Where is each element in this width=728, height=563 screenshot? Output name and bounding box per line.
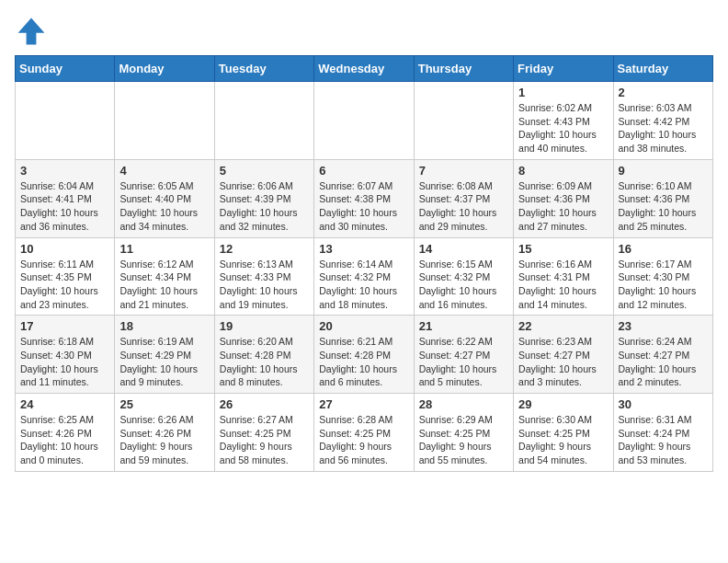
day-info: Sunrise: 6:02 AM Sunset: 4:43 PM Dayligh… [518,101,608,155]
calendar-cell: 3Sunrise: 6:04 AM Sunset: 4:41 PM Daylig… [16,159,115,237]
day-number: 6 [319,164,408,178]
day-info: Sunrise: 6:28 AM Sunset: 4:25 PM Dayligh… [319,413,408,467]
calendar-cell: 10Sunrise: 6:11 AM Sunset: 4:35 PM Dayli… [16,237,115,316]
day-number: 24 [20,397,109,411]
calendar-cell: 22Sunrise: 6:23 AM Sunset: 4:27 PM Dayli… [514,316,613,394]
day-number: 2 [619,86,708,99]
day-number: 4 [119,164,209,178]
calendar-cell: 25Sunrise: 6:26 AM Sunset: 4:26 PM Dayli… [115,394,214,472]
day-info: Sunrise: 6:19 AM Sunset: 4:29 PM Dayligh… [119,335,209,389]
day-number: 16 [619,242,708,256]
day-number: 27 [319,397,408,411]
calendar-cell: 28Sunrise: 6:29 AM Sunset: 4:25 PM Dayli… [414,394,513,472]
day-info: Sunrise: 6:05 AM Sunset: 4:40 PM Dayligh… [119,179,209,234]
weekday-header-row: SundayMondayTuesdayWednesdayThursdayFrid… [16,56,713,82]
day-info: Sunrise: 6:29 AM Sunset: 4:25 PM Dayligh… [419,413,508,467]
logo [15,15,51,48]
day-number: 1 [518,86,608,99]
day-number: 8 [518,164,608,178]
day-info: Sunrise: 6:22 AM Sunset: 4:27 PM Dayligh… [419,335,508,389]
weekday-header-thursday: Thursday [414,56,513,82]
day-info: Sunrise: 6:06 AM Sunset: 4:39 PM Dayligh… [220,179,309,234]
calendar-week-4: 17Sunrise: 6:18 AM Sunset: 4:30 PM Dayli… [16,316,713,394]
weekday-header-monday: Monday [115,56,214,82]
calendar-cell: 20Sunrise: 6:21 AM Sunset: 4:28 PM Dayli… [314,316,414,394]
calendar-week-1: 1Sunrise: 6:02 AM Sunset: 4:43 PM Daylig… [16,82,713,160]
calendar-cell: 7Sunrise: 6:08 AM Sunset: 4:37 PM Daylig… [414,159,513,237]
calendar-cell: 9Sunrise: 6:10 AM Sunset: 4:36 PM Daylig… [613,159,712,237]
day-info: Sunrise: 6:03 AM Sunset: 4:42 PM Dayligh… [619,101,708,155]
day-number: 10 [20,242,109,256]
day-number: 15 [518,242,608,256]
calendar-cell: 4Sunrise: 6:05 AM Sunset: 4:40 PM Daylig… [115,159,214,237]
day-info: Sunrise: 6:30 AM Sunset: 4:25 PM Dayligh… [518,413,608,467]
day-info: Sunrise: 6:10 AM Sunset: 4:36 PM Dayligh… [619,179,708,234]
calendar-cell: 26Sunrise: 6:27 AM Sunset: 4:25 PM Dayli… [214,394,313,472]
day-info: Sunrise: 6:24 AM Sunset: 4:27 PM Dayligh… [619,335,708,389]
day-number: 18 [119,319,209,333]
calendar-week-2: 3Sunrise: 6:04 AM Sunset: 4:41 PM Daylig… [16,159,713,237]
calendar-cell: 17Sunrise: 6:18 AM Sunset: 4:30 PM Dayli… [16,316,115,394]
calendar-cell: 5Sunrise: 6:06 AM Sunset: 4:39 PM Daylig… [214,159,313,237]
day-number: 9 [619,164,708,178]
day-number: 7 [419,164,508,178]
day-number: 25 [119,397,209,411]
logo-icon [15,15,48,48]
day-number: 3 [20,164,109,178]
day-number: 29 [518,397,608,411]
day-number: 20 [319,319,408,333]
day-number: 28 [419,397,508,411]
calendar-cell [16,82,115,160]
calendar-cell: 1Sunrise: 6:02 AM Sunset: 4:43 PM Daylig… [514,82,613,160]
weekday-header-friday: Friday [514,56,613,82]
day-number: 23 [619,319,708,333]
day-info: Sunrise: 6:07 AM Sunset: 4:38 PM Dayligh… [319,179,408,234]
calendar-cell: 27Sunrise: 6:28 AM Sunset: 4:25 PM Dayli… [314,394,414,472]
day-number: 26 [220,397,309,411]
calendar-cell: 18Sunrise: 6:19 AM Sunset: 4:29 PM Dayli… [115,316,214,394]
day-info: Sunrise: 6:14 AM Sunset: 4:32 PM Dayligh… [319,258,408,312]
calendar-cell: 19Sunrise: 6:20 AM Sunset: 4:28 PM Dayli… [214,316,313,394]
day-number: 11 [119,242,209,256]
day-number: 14 [419,242,508,256]
weekday-header-sunday: Sunday [16,56,115,82]
calendar-cell: 14Sunrise: 6:15 AM Sunset: 4:32 PM Dayli… [414,237,513,316]
page-header [15,15,713,48]
day-info: Sunrise: 6:13 AM Sunset: 4:33 PM Dayligh… [220,258,309,312]
day-info: Sunrise: 6:11 AM Sunset: 4:35 PM Dayligh… [20,258,109,312]
day-number: 22 [518,319,608,333]
calendar-cell: 13Sunrise: 6:14 AM Sunset: 4:32 PM Dayli… [314,237,414,316]
calendar-cell: 23Sunrise: 6:24 AM Sunset: 4:27 PM Dayli… [613,316,712,394]
day-number: 30 [619,397,708,411]
day-info: Sunrise: 6:04 AM Sunset: 4:41 PM Dayligh… [20,179,109,234]
calendar-week-5: 24Sunrise: 6:25 AM Sunset: 4:26 PM Dayli… [16,394,713,472]
calendar-cell [414,82,513,160]
calendar-cell [314,82,414,160]
calendar-cell: 15Sunrise: 6:16 AM Sunset: 4:31 PM Dayli… [514,237,613,316]
day-number: 17 [20,319,109,333]
day-info: Sunrise: 6:23 AM Sunset: 4:27 PM Dayligh… [518,335,608,389]
day-info: Sunrise: 6:15 AM Sunset: 4:32 PM Dayligh… [419,258,508,312]
day-info: Sunrise: 6:26 AM Sunset: 4:26 PM Dayligh… [119,413,209,467]
day-info: Sunrise: 6:27 AM Sunset: 4:25 PM Dayligh… [220,413,309,467]
calendar-cell: 11Sunrise: 6:12 AM Sunset: 4:34 PM Dayli… [115,237,214,316]
weekday-header-tuesday: Tuesday [214,56,313,82]
day-info: Sunrise: 6:31 AM Sunset: 4:24 PM Dayligh… [619,413,708,467]
calendar-cell: 2Sunrise: 6:03 AM Sunset: 4:42 PM Daylig… [613,82,712,160]
day-info: Sunrise: 6:09 AM Sunset: 4:36 PM Dayligh… [518,179,608,234]
weekday-header-saturday: Saturday [613,56,712,82]
day-info: Sunrise: 6:21 AM Sunset: 4:28 PM Dayligh… [319,335,408,389]
calendar-cell: 12Sunrise: 6:13 AM Sunset: 4:33 PM Dayli… [214,237,313,316]
day-info: Sunrise: 6:17 AM Sunset: 4:30 PM Dayligh… [619,258,708,312]
calendar-table: SundayMondayTuesdayWednesdayThursdayFrid… [15,55,713,472]
day-info: Sunrise: 6:12 AM Sunset: 4:34 PM Dayligh… [119,258,209,312]
day-number: 21 [419,319,508,333]
calendar-week-3: 10Sunrise: 6:11 AM Sunset: 4:35 PM Dayli… [16,237,713,316]
calendar-cell [214,82,313,160]
day-info: Sunrise: 6:16 AM Sunset: 4:31 PM Dayligh… [518,258,608,312]
svg-marker-0 [18,18,45,45]
calendar-cell: 24Sunrise: 6:25 AM Sunset: 4:26 PM Dayli… [16,394,115,472]
calendar-cell: 21Sunrise: 6:22 AM Sunset: 4:27 PM Dayli… [414,316,513,394]
day-number: 12 [220,242,309,256]
day-info: Sunrise: 6:25 AM Sunset: 4:26 PM Dayligh… [20,413,109,467]
